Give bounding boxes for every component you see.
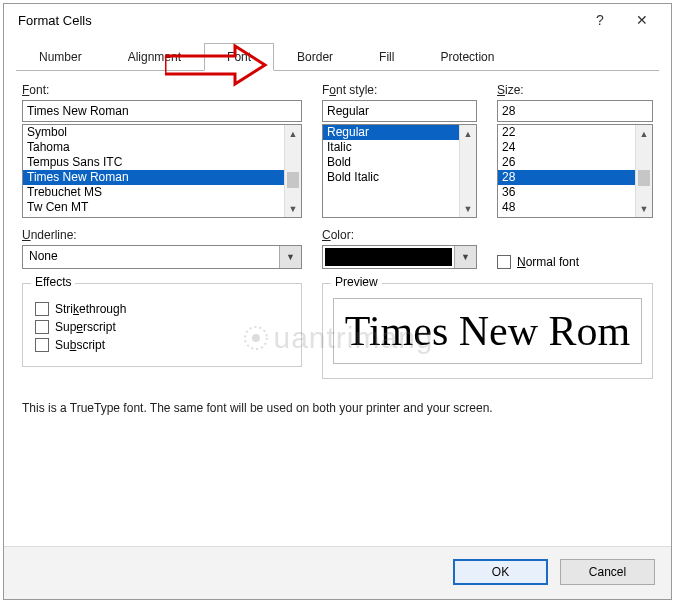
format-cells-dialog: Format Cells ? ✕ Number Alignment Font B… [3,3,672,600]
list-item[interactable]: 48 [498,200,652,215]
preview-group: Preview Times New Rom [322,283,653,379]
superscript-label: Superscript [55,320,116,334]
color-select[interactable]: ▼ [322,245,477,269]
list-item[interactable]: 36 [498,185,652,200]
scroll-down-icon[interactable]: ▼ [285,200,301,217]
scroll-up-icon[interactable]: ▲ [460,125,476,142]
scroll-down-icon[interactable]: ▼ [636,200,652,217]
font-list[interactable]: Symbol Tahoma Tempus Sans ITC Times New … [22,124,302,218]
list-item[interactable]: Italic [323,140,476,155]
checkbox-box[interactable] [497,255,511,269]
list-item[interactable]: Bold Italic [323,170,476,185]
list-item[interactable]: 22 [498,125,652,140]
checkbox-box[interactable] [35,338,49,352]
list-item[interactable]: Regular [323,125,476,140]
fontstyle-label: Font style: [322,83,477,97]
underline-select[interactable]: None ▼ [22,245,302,269]
tab-fill[interactable]: Fill [356,43,417,71]
window-title: Format Cells [18,13,579,28]
cancel-button[interactable]: Cancel [560,559,655,585]
checkbox-box[interactable] [35,320,49,334]
fontstyle-input[interactable] [322,100,477,122]
superscript-checkbox[interactable]: Superscript [35,320,289,334]
effects-group: Effects Strikethrough Superscript Subscr… [22,283,302,367]
scroll-up-icon[interactable]: ▲ [636,125,652,142]
preview-sample: Times New Rom [333,298,642,364]
tab-border[interactable]: Border [274,43,356,71]
tab-alignment[interactable]: Alignment [105,43,204,71]
scroll-down-icon[interactable]: ▼ [460,200,476,217]
help-button[interactable]: ? [579,4,621,36]
list-item[interactable]: Tahoma [23,140,301,155]
scroll-thumb[interactable] [638,170,650,186]
scrollbar[interactable]: ▲ ▼ [284,125,301,217]
strikethrough-label: Strikethrough [55,302,126,316]
scroll-thumb[interactable] [287,172,299,188]
ok-button[interactable]: OK [453,559,548,585]
size-label: Size: [497,83,653,97]
titlebar: Format Cells ? ✕ [4,4,671,36]
color-swatch [325,248,452,266]
font-label: Font: [22,83,302,97]
preview-label: Preview [331,275,382,289]
checkbox-box[interactable] [35,302,49,316]
chevron-down-icon[interactable]: ▼ [279,246,301,268]
effects-label: Effects [31,275,75,289]
subscript-checkbox[interactable]: Subscript [35,338,289,352]
list-item[interactable]: Tempus Sans ITC [23,155,301,170]
chevron-down-icon[interactable]: ▼ [454,246,476,268]
subscript-label: Subscript [55,338,105,352]
list-item[interactable]: Times New Roman [23,170,301,185]
underline-label: Underline: [22,228,302,242]
list-item[interactable]: Symbol [23,125,301,140]
list-item[interactable]: 26 [498,155,652,170]
list-item[interactable]: Trebuchet MS [23,185,301,200]
tab-protection[interactable]: Protection [417,43,517,71]
list-item[interactable]: Bold [323,155,476,170]
normal-font-checkbox[interactable]: Normal font [497,255,653,269]
tab-number[interactable]: Number [16,43,105,71]
size-list[interactable]: 22 24 26 28 36 48 ▲ ▼ [497,124,653,218]
color-label: Color: [322,228,477,242]
list-item[interactable]: Tw Cen MT [23,200,301,215]
list-item[interactable]: 28 [498,170,652,185]
font-input[interactable] [22,100,302,122]
list-item[interactable]: 24 [498,140,652,155]
tab-font[interactable]: Font [204,43,274,71]
underline-value: None [23,246,279,268]
strikethrough-checkbox[interactable]: Strikethrough [35,302,289,316]
fontstyle-list[interactable]: Regular Italic Bold Bold Italic ▲ ▼ [322,124,477,218]
normal-font-label: Normal font [517,255,579,269]
scrollbar[interactable]: ▲ ▼ [459,125,476,217]
size-input[interactable] [497,100,653,122]
button-bar: OK Cancel [4,546,671,599]
info-text: This is a TrueType font. The same font w… [22,401,653,415]
scroll-up-icon[interactable]: ▲ [285,125,301,142]
tab-bar: Number Alignment Font Border Fill Protec… [16,42,659,71]
tab-content: Font: Symbol Tahoma Tempus Sans ITC Time… [4,71,671,546]
close-button[interactable]: ✕ [621,4,663,36]
scrollbar[interactable]: ▲ ▼ [635,125,652,217]
